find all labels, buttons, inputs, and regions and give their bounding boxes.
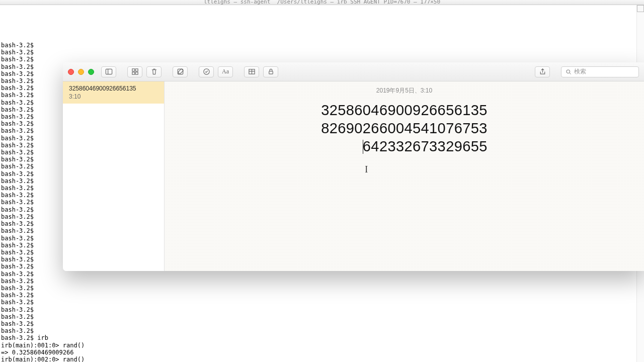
note-content[interactable]: 32586046900926656135 8269026600454107675… bbox=[321, 101, 488, 155]
text-format-icon: Aa bbox=[222, 68, 229, 75]
terminal-prompt-line: bash-3.2$ bbox=[0, 278, 644, 285]
gallery-view-button[interactable] bbox=[127, 66, 142, 77]
svg-rect-3 bbox=[135, 69, 138, 71]
note-item-title: 32586046900926656135 bbox=[69, 85, 158, 92]
zoom-button[interactable] bbox=[88, 69, 94, 75]
terminal-prompt-line: bash-3.2$ bbox=[0, 299, 644, 306]
notes-window: Aa 検索 32586046900926656135 3:10 2019年9月5… bbox=[63, 62, 644, 271]
terminal-line: => 0.325860469009266 bbox=[0, 349, 644, 356]
terminal-prompt-line: bash-3.2$ bbox=[0, 313, 644, 320]
terminal-line: irb(main):002:0> rand() bbox=[0, 356, 644, 362]
lock-button[interactable] bbox=[263, 66, 278, 77]
notes-titlebar[interactable]: Aa 検索 bbox=[63, 62, 644, 81]
terminal-prompt-line: bash-3.2$ bbox=[0, 306, 644, 313]
svg-rect-0 bbox=[106, 69, 112, 74]
svg-rect-4 bbox=[132, 72, 134, 74]
note-editor[interactable]: 2019年9月5日、3:10 32586046900926656135 8269… bbox=[165, 81, 644, 271]
search-input[interactable]: 検索 bbox=[561, 66, 639, 77]
terminal-prompt-line: bash-3.2$ bbox=[0, 320, 644, 327]
ibeam-cursor-icon: I bbox=[365, 160, 368, 178]
note-date: 2019年9月5日、3:10 bbox=[376, 86, 432, 95]
format-button[interactable]: Aa bbox=[218, 66, 233, 77]
table-icon bbox=[248, 68, 256, 75]
terminal-scrollbar-thumb[interactable] bbox=[637, 5, 644, 12]
share-button[interactable] bbox=[535, 66, 550, 77]
window-controls bbox=[68, 69, 94, 75]
share-icon bbox=[539, 68, 546, 75]
svg-rect-5 bbox=[135, 72, 138, 74]
delete-note-button[interactable] bbox=[146, 66, 162, 77]
checklist-button[interactable] bbox=[199, 66, 214, 77]
terminal-prompt-line: bash-3.2$ bbox=[0, 270, 644, 278]
svg-point-12 bbox=[567, 69, 570, 73]
text-caret bbox=[363, 140, 363, 154]
search-icon bbox=[566, 69, 572, 75]
grid-icon bbox=[131, 68, 139, 75]
svg-rect-2 bbox=[132, 69, 134, 71]
terminal-title: ltleighs — ssh-agent /Users/ltleighs — i… bbox=[204, 0, 440, 5]
svg-rect-11 bbox=[269, 71, 273, 74]
trash-icon bbox=[150, 68, 158, 75]
note-line-2: 82690266004541076753 bbox=[321, 119, 488, 137]
terminal-titlebar: ltleighs — ssh-agent /Users/ltleighs — i… bbox=[0, 0, 644, 5]
terminal-line: irb(main):001:0> rand() bbox=[0, 342, 644, 349]
compose-icon bbox=[177, 68, 184, 75]
sidebar-icon bbox=[105, 68, 113, 75]
notes-list[interactable]: 32586046900926656135 3:10 bbox=[63, 81, 165, 271]
note-list-item[interactable]: 32586046900926656135 3:10 bbox=[63, 81, 164, 104]
check-circle-icon bbox=[203, 68, 210, 75]
sidebar-toggle-button[interactable] bbox=[101, 66, 116, 77]
terminal-prompt-line: bash-3.2$ bbox=[0, 327, 644, 334]
terminal-prompt-line: bash-3.2$ bbox=[0, 285, 644, 292]
close-button[interactable] bbox=[68, 69, 74, 75]
note-item-time: 3:10 bbox=[69, 93, 158, 100]
terminal-prompt-line: bash-3.2$ bbox=[0, 42, 644, 49]
table-button[interactable] bbox=[244, 66, 259, 77]
minimize-button[interactable] bbox=[78, 69, 84, 75]
terminal-line: bash-3.2$ irb bbox=[0, 334, 644, 341]
note-line-1: 32586046900926656135 bbox=[321, 101, 488, 119]
note-line-3: 642332673329655 bbox=[321, 137, 488, 155]
svg-line-13 bbox=[570, 73, 571, 74]
new-note-button[interactable] bbox=[173, 66, 188, 77]
search-placeholder: 検索 bbox=[574, 67, 586, 76]
lock-icon bbox=[267, 68, 275, 75]
terminal-prompt-line: bash-3.2$ bbox=[0, 292, 644, 299]
terminal-prompt-line: bash-3.2$ bbox=[0, 49, 644, 56]
